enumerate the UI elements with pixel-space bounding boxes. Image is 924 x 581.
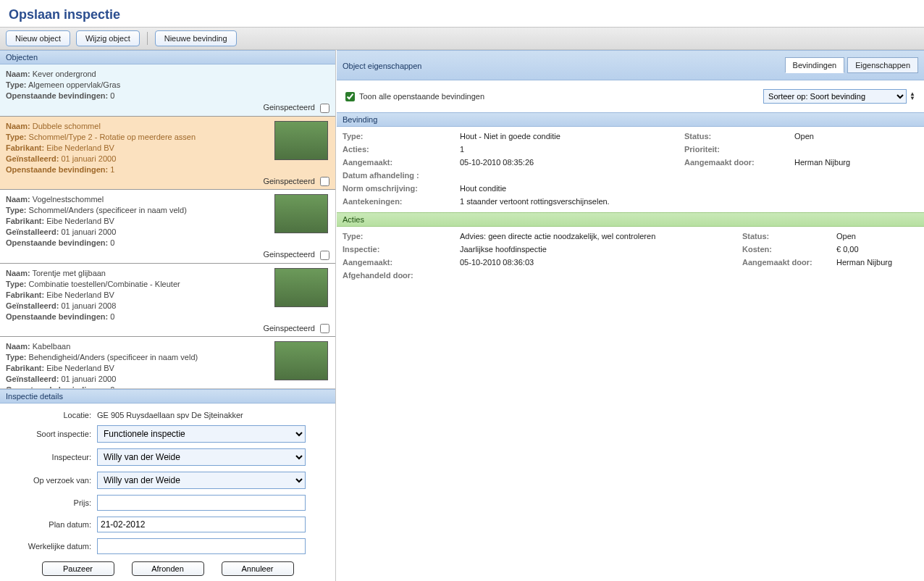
bevinding-norm-label: Norm omschrijving:	[343, 182, 460, 195]
bevinding-aantekeningen-label: Aantekeningen:	[343, 195, 460, 208]
cancel-button[interactable]: Annuleer	[222, 561, 294, 576]
show-open-findings-label[interactable]: Toon alle openstaande bevindingen	[345, 92, 484, 101]
plandatum-label: Plan datum:	[10, 520, 97, 529]
tab-bevindingen[interactable]: Bevindingen	[785, 57, 845, 73]
object-thumbnail	[274, 121, 328, 160]
object-thumbnail	[274, 341, 328, 380]
edit-object-button[interactable]: Wijzig object	[76, 30, 140, 46]
sort-select[interactable]: Sorteer op: Soort bevinding	[763, 89, 907, 104]
sort-down-icon[interactable]: ▼	[910, 96, 915, 101]
acties-afgehandelddoor-value	[460, 269, 684, 282]
opverzoek-select[interactable]: Willy van der Weide	[97, 472, 306, 489]
inspecteur-select[interactable]: Willy van der Weide	[97, 448, 306, 466]
acties-type-value: Advies: geen directe actie noodzakelijk,…	[460, 230, 742, 243]
inspected-checkbox[interactable]	[320, 251, 329, 260]
acties-section-header: Acties	[337, 212, 924, 227]
locatie-value: GE 905 Ruysdaellaan spv De Sjteinakker	[97, 411, 325, 419]
bevinding-type-label: Type:	[343, 130, 460, 143]
bevinding-aangemaaktdoor-label: Aangemaakt door:	[684, 156, 794, 169]
object-item[interactable]: Naam: Kever ondergrondType: Algemeen opp…	[0, 64, 335, 117]
pause-button[interactable]: Pauzeer	[42, 561, 114, 576]
objects-list[interactable]: Naam: Kever ondergrondType: Algemeen opp…	[0, 64, 335, 389]
acties-status-value: Open	[836, 230, 918, 243]
acties-inspectie-value: Jaarlijkse hoofdinspectie	[460, 243, 742, 256]
inspect-details: Locatie: GE 905 Ruysdaellaan spv De Sjte…	[0, 404, 335, 581]
show-open-findings-checkbox[interactable]	[345, 92, 355, 101]
prijs-label: Prijs:	[10, 498, 97, 507]
object-item[interactable]: Naam: Dubbele schommelType: Schommel/Typ…	[0, 117, 335, 191]
inspecteur-label: Inspecteur:	[10, 453, 97, 461]
soort-inspectie-label: Soort inspectie:	[10, 430, 97, 438]
bevinding-prioriteit-label: Prioriteit:	[684, 143, 794, 156]
werkelijkedatum-label: Werkelijke datum:	[10, 542, 97, 551]
inspected-checkbox[interactable]	[320, 324, 329, 333]
prijs-input[interactable]	[97, 495, 306, 511]
object-thumbnail	[274, 268, 328, 307]
page-title: Opslaan inspectie	[0, 0, 924, 27]
acties-aangemaakt-value: 05-10-2010 08:36:03	[460, 256, 742, 269]
bevinding-aantekeningen-value: 1 staander vertoont rottingsverschijnsel…	[460, 195, 610, 208]
acties-aangemaakt-label: Aangemaakt:	[343, 256, 460, 269]
bevinding-datumafh-label: Datum afhandeling :	[343, 169, 460, 182]
inspected-row: Geinspecteerd	[6, 101, 329, 113]
objects-header: Objecten	[0, 50, 335, 64]
acties-aangemaaktdoor-label: Aangemaakt door:	[742, 256, 836, 269]
bevinding-aangemaakt-value: 05-10-2010 08:35:26	[460, 156, 684, 169]
bevinding-status-label: Status:	[684, 130, 794, 143]
bevinding-status-value: Open	[794, 130, 918, 143]
acties-kosten-label: Kosten:	[742, 243, 836, 256]
acties-type-label: Type:	[343, 230, 460, 243]
new-object-button[interactable]: Nieuw object	[6, 30, 70, 46]
bevinding-grid: Type: Hout - Niet in goede conditie Stat…	[337, 127, 924, 212]
werkelijkedatum-input[interactable]	[97, 538, 306, 554]
bevinding-prioriteit-value	[794, 143, 918, 156]
object-item[interactable]: Naam: Torentje met glijbaanType: Combina…	[0, 264, 335, 338]
acties-kosten-value: € 0,00	[836, 243, 918, 256]
bevinding-datumafh-value	[460, 169, 684, 182]
bevinding-type-value: Hout - Niet in goede conditie	[460, 130, 684, 143]
toolbar-divider	[147, 32, 148, 45]
inspect-details-header: Inspectie details	[0, 389, 335, 404]
object-item[interactable]: Naam: KabelbaanType: Behendigheid/Anders…	[0, 337, 335, 389]
inspected-row: Geinspecteerd	[6, 248, 329, 260]
object-thumbnail	[274, 194, 328, 233]
acties-aangemaaktdoor-value: Herman Nijburg	[836, 256, 918, 269]
locatie-label: Locatie:	[10, 411, 97, 419]
object-item[interactable]: Naam: VogelnestschommelType: Schommel/An…	[0, 190, 335, 264]
bevinding-acties-label: Acties:	[343, 143, 460, 156]
show-open-findings-text: Toon alle openstaande bevindingen	[359, 92, 484, 101]
acties-afgehandelddoor-label: Afgehandeld door:	[343, 269, 460, 282]
bevinding-norm-value: Hout conditie	[460, 182, 684, 195]
inspected-checkbox[interactable]	[320, 177, 329, 186]
acties-status-label: Status:	[742, 230, 836, 243]
bevinding-acties-value: 1	[460, 143, 684, 156]
opverzoek-label: Op verzoek van:	[10, 476, 97, 485]
inspected-row: Geinspecteerd	[6, 175, 329, 187]
bevinding-aangemaaktdoor-value: Herman Nijburg	[794, 156, 918, 169]
object-properties-header: Object eigenschappen	[343, 60, 421, 70]
bevinding-section-header: Bevinding	[337, 112, 924, 127]
inspected-row: Geinspecteerd	[6, 322, 329, 334]
inspected-checkbox[interactable]	[320, 104, 329, 113]
acties-grid: Type: Advies: geen directe actie noodzak…	[337, 227, 924, 286]
plandatum-input[interactable]	[97, 517, 306, 532]
bevinding-aangemaakt-label: Aangemaakt:	[343, 156, 460, 169]
soort-inspectie-select[interactable]: Functionele inspectie	[97, 425, 306, 443]
finish-button[interactable]: Afronden	[132, 561, 204, 576]
new-finding-button[interactable]: Nieuwe bevinding	[155, 30, 237, 46]
toolbar: Nieuw object Wijzig object Nieuwe bevind…	[0, 27, 924, 50]
acties-inspectie-label: Inspectie:	[343, 243, 460, 256]
tab-eigenschappen[interactable]: Eigenschappen	[847, 57, 918, 73]
